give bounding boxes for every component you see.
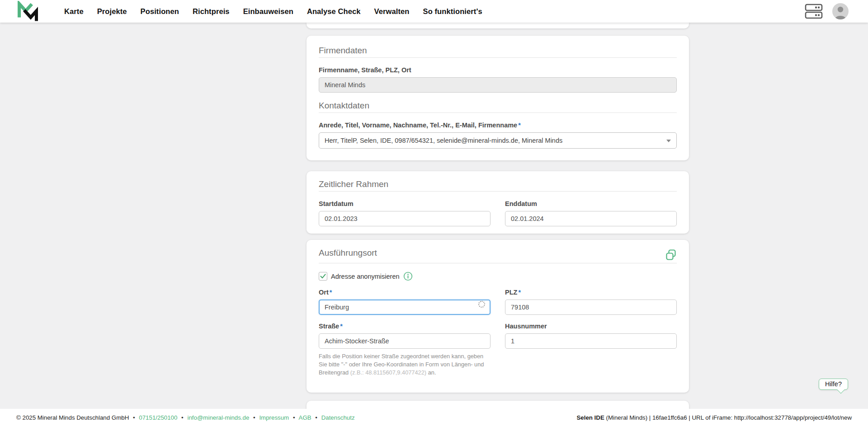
contact-select[interactable]: Herr, TitelP, Selen, IDE, 0987/654321, s… — [319, 132, 677, 149]
footer-phone-link[interactable]: 07151/250100 — [139, 414, 177, 421]
status-details: (Mineral Minds) | 16fae1ffc6a6 | URL of … — [604, 414, 852, 421]
avatar-icon — [832, 3, 849, 20]
logo-icon — [16, 1, 38, 22]
status-app-name: Selen IDE — [576, 414, 604, 421]
chevron-down-icon — [666, 140, 671, 142]
hausnummer-label: Hausnummer — [505, 322, 677, 330]
strasse-label: Straße* — [319, 322, 491, 330]
user-avatar[interactable] — [832, 3, 849, 20]
ort-label: Ort* — [319, 288, 491, 296]
required-asterisk: * — [340, 323, 343, 330]
copy-address-button[interactable] — [665, 249, 677, 261]
strasse-hint: Falls die Position keiner Straße zugeord… — [319, 352, 491, 377]
footer-separator: • — [293, 414, 295, 421]
divider — [319, 112, 677, 113]
check-icon — [320, 274, 326, 279]
strasse-input[interactable] — [319, 333, 491, 349]
ort-label-text: Ort — [319, 289, 329, 296]
divider — [319, 57, 677, 58]
footer-status: Selen IDE (Mineral Minds) | 16fae1ffc6a6… — [576, 414, 852, 421]
footer-separator: • — [133, 414, 135, 421]
footer-impressum-link[interactable]: Impressum — [259, 414, 289, 421]
zeitlicher-rahmen-title: Zeitlicher Rahmen — [319, 179, 677, 189]
top-navbar: Karte Projekte Positionen Richtpreis Ein… — [0, 0, 868, 23]
required-asterisk: * — [518, 289, 521, 296]
plz-label-text: PLZ — [505, 289, 517, 296]
strasse-label-text: Straße — [319, 323, 339, 330]
main-nav: Karte Projekte Positionen Richtpreis Ein… — [64, 7, 482, 16]
plz-label: PLZ* — [505, 288, 677, 296]
anonymize-checkbox[interactable] — [319, 272, 327, 281]
required-asterisk: * — [518, 122, 521, 129]
copyright-text: © 2025 Mineral Minds Deutschland GmbH — [16, 414, 129, 421]
zeitlicher-rahmen-card: Zeitlicher Rahmen Startdatum Enddatum — [307, 171, 689, 234]
footer: © 2025 Mineral Minds Deutschland GmbH • … — [0, 409, 868, 426]
previous-card-bottom-edge — [307, 23, 689, 28]
ausfuehrungsort-title: Ausführungsort — [319, 248, 377, 258]
footer-email-link[interactable]: info@mineral-minds.de — [187, 414, 249, 421]
server-stack-glyph — [805, 3, 823, 19]
divider — [319, 263, 677, 263]
server-status-icon[interactable] — [805, 3, 823, 19]
nav-item-projekte[interactable]: Projekte — [97, 7, 127, 16]
nav-item-einbauweisen[interactable]: Einbauweisen — [243, 7, 293, 16]
hint-suffix-text: an. — [426, 369, 436, 376]
help-button[interactable]: Hilfe? — [819, 379, 848, 390]
footer-legal: © 2025 Mineral Minds Deutschland GmbH • … — [16, 414, 355, 421]
nav-item-positionen[interactable]: Positionen — [141, 7, 179, 16]
nav-item-richtpreis[interactable]: Richtpreis — [193, 7, 230, 16]
info-circle-glyph — [403, 272, 413, 281]
nav-item-so-funktionierts[interactable]: So funktioniert's — [423, 7, 482, 16]
firmendaten-field-label: Firmenname, Straße, PLZ, Ort — [319, 66, 677, 74]
nav-item-verwalten[interactable]: Verwalten — [374, 7, 410, 16]
nav-item-karte[interactable]: Karte — [64, 7, 84, 16]
ort-input[interactable] — [319, 300, 491, 315]
divider — [319, 191, 677, 192]
kontakt-field-label: Anrede, Titel, Vorname, Nachname, Tel.-N… — [319, 121, 677, 129]
firmendaten-card: Firmendaten Firmenname, Straße, PLZ, Ort… — [307, 36, 689, 160]
startdatum-label: Startdatum — [319, 200, 491, 208]
info-icon[interactable] — [403, 272, 413, 281]
mineral-minds-logo[interactable] — [16, 1, 38, 22]
form-content-column: Firmendaten Firmenname, Straße, PLZ, Ort… — [307, 23, 689, 426]
footer-separator: • — [181, 414, 184, 421]
hausnummer-input[interactable] — [505, 333, 677, 349]
firmenname-input[interactable] — [319, 77, 677, 93]
enddatum-input[interactable] — [505, 211, 677, 226]
enddatum-label: Enddatum — [505, 200, 677, 208]
copy-icon — [665, 249, 677, 261]
plz-input[interactable] — [505, 300, 677, 315]
nav-item-analyse-check[interactable]: Analyse Check — [307, 7, 361, 16]
startdatum-input[interactable] — [319, 211, 491, 226]
anonymize-label: Adresse anonymisieren — [331, 273, 400, 280]
footer-separator: • — [315, 414, 317, 421]
footer-agb-link[interactable]: AGB — [299, 414, 311, 421]
footer-datenschutz-link[interactable]: Datenschutz — [321, 414, 355, 421]
required-asterisk: * — [330, 289, 332, 296]
loading-spinner-icon — [478, 301, 485, 308]
firmendaten-title: Firmendaten — [319, 46, 677, 56]
kontakt-label-text: Anrede, Titel, Vorname, Nachname, Tel.-N… — [319, 122, 517, 129]
hint-example-text: (z.B.: 48.8115607,9.4077422) — [350, 369, 426, 376]
ausfuehrungsort-card: Ausführungsort Adresse anonymisieren — [307, 240, 689, 393]
kontaktdaten-title: Kontaktdaten — [319, 101, 677, 111]
contact-select-value: Herr, TitelP, Selen, IDE, 0987/654321, s… — [325, 137, 562, 144]
footer-separator: • — [253, 414, 255, 421]
